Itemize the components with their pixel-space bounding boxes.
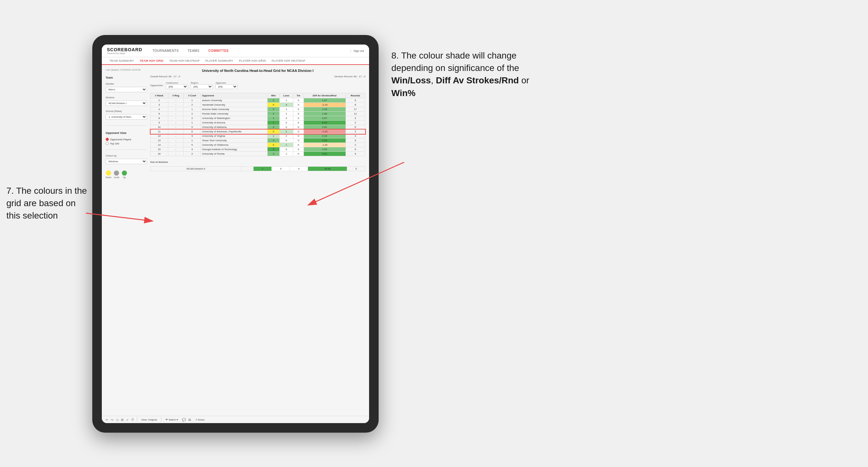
conference-filter-label: Conference	[166, 82, 188, 84]
tab-team-summary[interactable]: TEAM SUMMARY	[107, 57, 136, 64]
toolbar-separator	[137, 417, 137, 422]
cell-2: 3	[184, 134, 201, 138]
nav-teams[interactable]: TEAMS	[186, 49, 201, 53]
annotation-right: 8. The colour shade will change dependin…	[391, 49, 544, 99]
cell-1: -	[168, 98, 184, 103]
cell-2: 2	[184, 116, 201, 121]
table-row: 11-6University of Arkansas, Fayetteville…	[151, 129, 365, 134]
col-rounds: Rounds	[345, 93, 365, 98]
cell-7: 3.67	[304, 116, 345, 121]
cell-5: 2	[279, 112, 293, 116]
crop-icon[interactable]: ⊞	[121, 418, 123, 422]
colour-by-label: Colour by	[106, 154, 147, 157]
cell-3: University of Alabama	[200, 125, 267, 129]
view-original-btn[interactable]: View: Original	[140, 418, 158, 422]
tab-player-h2h-heatmap[interactable]: PLAYER H2H HEATMAP	[269, 57, 308, 64]
toolbar: ↩ ↪ ◁ ⊞ ⤢ ⏱ View: Original 👁 Watch ▾ 💬 ⊞…	[102, 416, 369, 423]
cell-5: 4	[279, 103, 293, 107]
radio-top-100[interactable]: Top 100	[106, 142, 147, 145]
region-filter-label: Region	[191, 82, 213, 84]
cell-3: University of Florida	[200, 152, 267, 156]
legend-up: Up	[122, 170, 127, 179]
cell-8: 9	[345, 152, 365, 156]
cell-8: 2	[345, 121, 365, 125]
cell-5: 0	[279, 147, 293, 152]
tab-player-h2h-grid[interactable]: PLAYER H2H GRID	[237, 57, 269, 64]
share-btn[interactable]: ↗ Share	[193, 418, 206, 422]
table-row: 8-2University of Washington1003.673	[151, 116, 365, 121]
col-opponent: Opponent	[200, 93, 267, 98]
comment-icon[interactable]: 💬	[182, 418, 186, 422]
cell-6: 0	[293, 125, 304, 129]
cell-0: 9	[151, 121, 168, 125]
watch-btn[interactable]: 👁 Watch ▾	[164, 418, 179, 422]
tab-team-h2h-grid[interactable]: TEAM H2H GRID	[137, 57, 166, 65]
cell-3: University of Oklahoma	[200, 143, 267, 147]
division-select[interactable]: NCAA Division I	[106, 100, 147, 106]
cell-8: 9	[345, 98, 365, 103]
tab-player-summary[interactable]: PLAYER SUMMARY	[203, 57, 236, 64]
legend-dot-level	[114, 170, 119, 176]
cell-8: 3	[345, 129, 365, 134]
cell-2: 2	[184, 103, 201, 107]
table-row: 10-5University of Alabama3002.618	[151, 125, 365, 129]
cell-3: University of Arkansas, Fayetteville	[200, 129, 267, 134]
cell-0: 12	[151, 134, 168, 138]
grid-subtitle: Overall Record: 89 - 17 - 0 Division Rec…	[150, 75, 365, 78]
cell-1: -	[168, 134, 184, 138]
cell-5: 1	[279, 143, 293, 147]
gender-label: Gender	[106, 83, 147, 85]
school-group: School (Rank) 1. University of Nort...	[106, 110, 147, 121]
cell-8: 3	[345, 134, 365, 138]
cell-4: 1	[268, 121, 279, 125]
cell-7: 9.00	[304, 121, 345, 125]
radio-opponents-played[interactable]: Opponents Played	[106, 138, 147, 141]
table-row: 2-1Auburn University2101.679	[151, 98, 365, 103]
tab-team-h2h-heatmap[interactable]: TEAM H2H HEATMAP	[167, 57, 203, 64]
opponent-select[interactable]: (All)	[215, 84, 238, 89]
cell-7: -1.00	[304, 143, 345, 147]
last-updated: Last Updated: 27/03/2024 16:55:38	[106, 69, 147, 71]
cell-6: 0	[293, 147, 304, 152]
tablet-frame: SCOREBOARD Powered by clippd TOURNAMENTS…	[92, 35, 379, 433]
cell-5: 0	[279, 116, 293, 121]
table-row: 4-1Arizona State University5102.2817	[151, 107, 365, 112]
cell-1: -	[168, 103, 184, 107]
conference-select[interactable]: (All)	[166, 84, 188, 89]
nav-tournaments[interactable]: TOURNAMENTS	[151, 49, 180, 53]
radio-dot-opponents	[106, 138, 109, 141]
legend-dot-down	[106, 170, 111, 176]
cell-3: University of Washington	[200, 116, 267, 121]
ood-rounds: 3	[347, 167, 365, 171]
cell-6: 0	[293, 138, 304, 143]
cell-8: 8	[345, 103, 365, 107]
clock-icon[interactable]: ⏱	[131, 418, 134, 422]
cell-3: Texas Tech University	[200, 138, 267, 143]
legend-level: Level	[114, 170, 119, 179]
region-select[interactable]: (All)	[191, 84, 213, 89]
grid-icon[interactable]: ⊞	[188, 418, 191, 422]
cell-3: Georgia Institute of Technology	[200, 147, 267, 152]
cell-7: 2.28	[304, 107, 345, 112]
opponent-filter-label: Opponent	[215, 82, 238, 84]
school-select[interactable]: 1. University of Nort...	[106, 114, 147, 120]
back-icon[interactable]: ◁	[116, 418, 118, 422]
cell-4: 1	[268, 116, 279, 121]
ood-loss: 0	[272, 167, 290, 171]
nav-committee[interactable]: COMMITTEE	[207, 49, 230, 53]
undo-icon[interactable]: ↩	[106, 418, 108, 422]
gender-group: Gender Men's	[106, 83, 147, 94]
cell-6: 0	[293, 134, 304, 138]
expand-icon[interactable]: ⤢	[126, 418, 128, 422]
cell-0: 8	[151, 116, 168, 121]
colour-by-select[interactable]: Win/loss	[106, 159, 147, 164]
gender-select[interactable]: Men's	[106, 87, 147, 92]
cell-1: -	[168, 116, 184, 121]
cell-7: 1.67	[304, 98, 345, 103]
redo-icon[interactable]: ↪	[111, 418, 113, 422]
ood-diff: 26.00	[308, 167, 347, 171]
table-row: 6-2Florida State University4201.8312	[151, 112, 365, 116]
sign-out-link[interactable]: Sign out	[351, 49, 364, 53]
col-reg: # Reg	[168, 93, 184, 98]
cell-2: 2	[184, 152, 201, 156]
